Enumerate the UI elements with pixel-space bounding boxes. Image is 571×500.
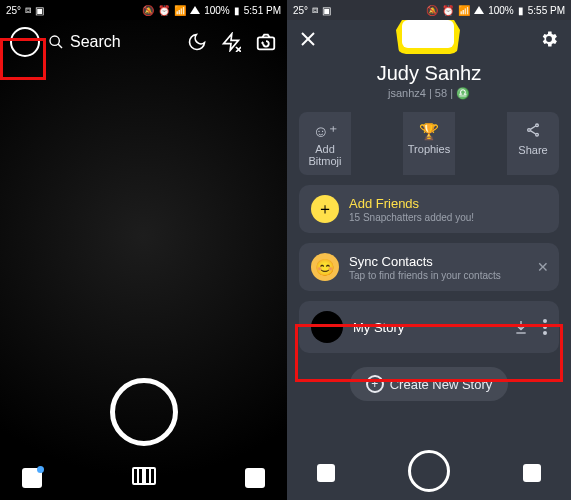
battery-pct: 100%: [488, 5, 514, 16]
memories-button[interactable]: [132, 467, 156, 489]
dropbox-icon: ⧈: [25, 4, 31, 16]
search-icon: [48, 34, 64, 50]
flash-icon[interactable]: [221, 32, 241, 52]
svg-point-10: [536, 133, 539, 136]
signal-icon: [474, 6, 484, 14]
svg-line-12: [530, 131, 535, 134]
chat-tab-button[interactable]: [22, 468, 42, 488]
mute-icon: 🔕: [142, 5, 154, 16]
add-friends-icon: ＋: [311, 195, 339, 223]
add-friends-title: Add Friends: [349, 196, 474, 211]
trophy-icon: 🏆: [403, 122, 455, 141]
dismiss-sync-icon[interactable]: ✕: [537, 259, 549, 275]
sync-contacts-card[interactable]: 😊 Sync Contacts Tap to find friends in y…: [299, 243, 559, 291]
screenshot-icon: ▣: [35, 5, 44, 16]
settings-gear-icon[interactable]: [539, 29, 559, 49]
shutter-button[interactable]: [110, 378, 178, 446]
battery-icon: ▮: [234, 5, 240, 16]
add-friends-card[interactable]: ＋ Add Friends 15 Snapchatters added you!: [299, 185, 559, 233]
search-field[interactable]: Search: [48, 33, 187, 51]
temp-indicator: 25°: [293, 5, 308, 16]
svg-line-1: [58, 44, 62, 48]
mute-icon: 🔕: [426, 5, 438, 16]
chat-tab-button[interactable]: [317, 464, 335, 482]
status-bar-right: 25° ⧈ ▣ 🔕 ⏰ 📶 100% ▮ 5:55 PM: [287, 0, 571, 20]
add-bitmoji-label: Add Bitmoji: [308, 143, 341, 167]
night-mode-icon[interactable]: [187, 32, 207, 52]
annotation-highlight-mystory: [295, 324, 563, 382]
stories-tab-button[interactable]: [245, 468, 265, 488]
snapcode[interactable]: [396, 20, 460, 54]
trophies-label: Trophies: [408, 143, 450, 155]
annotation-highlight-avatar: [0, 38, 46, 80]
wifi-icon: 📶: [458, 5, 470, 16]
clock: 5:55 PM: [528, 5, 565, 16]
flip-camera-icon[interactable]: [255, 31, 277, 53]
stories-tab-button[interactable]: [523, 464, 541, 482]
share-button[interactable]: Share: [507, 112, 559, 175]
shutter-button[interactable]: [408, 450, 450, 492]
add-friends-sub: 15 Snapchatters added you!: [349, 212, 474, 223]
camera-viewport[interactable]: Search: [0, 20, 287, 500]
dropbox-icon: ⧈: [312, 4, 318, 16]
signal-icon: [190, 6, 200, 14]
profile-meta: jsanhz4 | 58 | ♎: [299, 87, 559, 100]
share-icon: [507, 122, 559, 142]
close-button[interactable]: [299, 30, 317, 48]
share-label: Share: [518, 144, 547, 156]
clock: 5:51 PM: [244, 5, 281, 16]
profile-actions-row: ☺⁺ Add Bitmoji 🏆 Trophies Share: [299, 112, 559, 175]
svg-line-11: [530, 126, 535, 129]
trophies-button[interactable]: 🏆 Trophies: [403, 112, 455, 175]
status-bar-left: 25° ⧈ ▣ 🔕 ⏰ 📶 100% ▮ 5:51 PM: [0, 0, 287, 20]
wifi-icon: 📶: [174, 5, 186, 16]
svg-point-9: [528, 129, 531, 132]
display-name: Judy Sanhz: [299, 62, 559, 85]
svg-point-8: [536, 124, 539, 127]
sync-contacts-sub: Tap to find friends in your contacts: [349, 270, 501, 281]
screenshot-icon: ▣: [322, 5, 331, 16]
alarm-icon: ⏰: [442, 5, 454, 16]
alarm-icon: ⏰: [158, 5, 170, 16]
svg-point-13: [543, 319, 547, 323]
svg-rect-5: [258, 37, 275, 49]
bitmoji-icon: ☺⁺: [299, 122, 351, 141]
svg-point-0: [50, 36, 59, 45]
sync-contacts-icon: 😊: [311, 253, 339, 281]
battery-icon: ▮: [518, 5, 524, 16]
temp-indicator: 25°: [6, 5, 21, 16]
add-bitmoji-button[interactable]: ☺⁺ Add Bitmoji: [299, 112, 351, 175]
search-placeholder: Search: [70, 33, 121, 51]
sync-contacts-title: Sync Contacts: [349, 254, 501, 269]
battery-pct: 100%: [204, 5, 230, 16]
